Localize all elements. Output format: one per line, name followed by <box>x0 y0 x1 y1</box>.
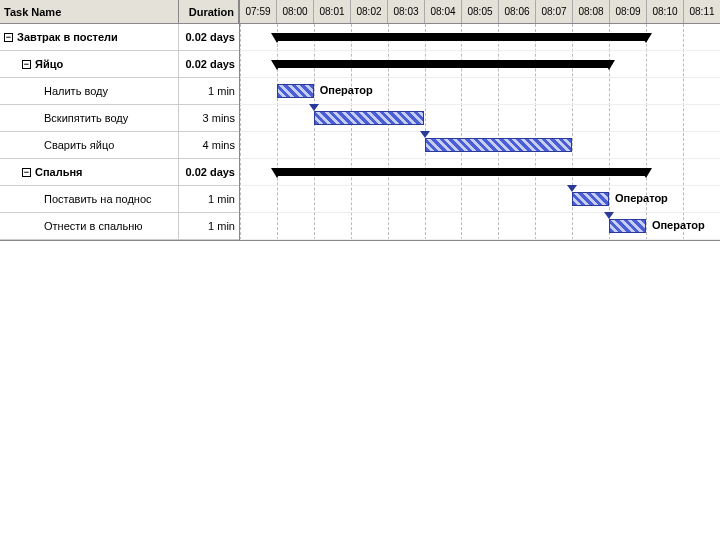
task-name: Вскипятить воду <box>44 112 128 124</box>
table-row[interactable]: Отнести в спальню1 min <box>0 213 239 240</box>
timeline-tick: 08:10 <box>647 0 684 23</box>
dependency-arrow-icon <box>420 131 430 138</box>
resource-label: Оператор <box>615 192 668 204</box>
task-table: Task Name Duration −Завтрак в постели0.0… <box>0 0 240 240</box>
task-name-cell[interactable]: −Яйцо <box>0 51 179 77</box>
chart-row <box>240 132 720 159</box>
resource-label: Оператор <box>652 219 705 231</box>
collapse-icon[interactable]: − <box>22 60 31 69</box>
task-duration: 0.02 days <box>179 24 239 50</box>
task-name-cell[interactable]: −Завтрак в постели <box>0 24 179 50</box>
table-row[interactable]: Вскипятить воду3 mins <box>0 105 239 132</box>
chart-row <box>240 159 720 186</box>
task-name: Яйцо <box>35 58 63 70</box>
timeline-tick: 07:59 <box>240 0 277 23</box>
task-duration: 4 mins <box>179 132 239 158</box>
timeline-tick: 08:05 <box>462 0 499 23</box>
timeline-tick: 08:11 <box>684 0 720 23</box>
task-duration: 0.02 days <box>179 51 239 77</box>
resource-label: Оператор <box>320 84 373 96</box>
timeline-tick: 08:04 <box>425 0 462 23</box>
task-bar[interactable] <box>572 192 609 206</box>
chart-row <box>240 105 720 132</box>
table-header: Task Name Duration <box>0 0 239 24</box>
dependency-arrow-icon <box>567 185 577 192</box>
collapse-icon[interactable]: − <box>4 33 13 42</box>
collapse-icon[interactable]: − <box>22 168 31 177</box>
timeline-tick: 08:03 <box>388 0 425 23</box>
table-row[interactable]: Сварить яйцо4 mins <box>0 132 239 159</box>
task-bar[interactable] <box>425 138 573 152</box>
task-name-cell[interactable]: −Спальня <box>0 159 179 185</box>
timeline-tick: 08:09 <box>610 0 647 23</box>
task-duration: 1 min <box>179 213 239 239</box>
task-name: Завтрак в постели <box>17 31 118 43</box>
timeline-tick: 08:08 <box>573 0 610 23</box>
timeline-body[interactable]: ОператорОператорОператор <box>240 24 720 240</box>
summary-bar[interactable] <box>277 168 646 176</box>
task-duration: 3 mins <box>179 105 239 131</box>
chart-row: Оператор <box>240 213 720 240</box>
task-name-cell[interactable]: Поставить на поднос <box>0 186 179 212</box>
column-header-name[interactable]: Task Name <box>0 0 179 23</box>
task-name: Спальня <box>35 166 83 178</box>
table-row[interactable]: Поставить на поднос1 min <box>0 186 239 213</box>
timeline-tick: 08:01 <box>314 0 351 23</box>
chart-row: Оператор <box>240 186 720 213</box>
timeline-tick: 08:07 <box>536 0 573 23</box>
task-name-cell[interactable]: Сварить яйцо <box>0 132 179 158</box>
timeline: 07:5908:0008:0108:0208:0308:0408:0508:06… <box>240 0 720 240</box>
timeline-tick: 08:02 <box>351 0 388 23</box>
table-row[interactable]: −Завтрак в постели0.02 days <box>0 24 239 51</box>
table-row[interactable]: −Яйцо0.02 days <box>0 51 239 78</box>
task-name-cell[interactable]: Налить воду <box>0 78 179 104</box>
table-row[interactable]: −Спальня0.02 days <box>0 159 239 186</box>
task-bar[interactable] <box>314 111 425 125</box>
task-name: Отнести в спальню <box>44 220 142 232</box>
task-name-cell[interactable]: Отнести в спальню <box>0 213 179 239</box>
dependency-arrow-icon <box>604 212 614 219</box>
task-bar[interactable] <box>277 84 314 98</box>
dependency-arrow-icon <box>309 104 319 111</box>
chart-row: Оператор <box>240 78 720 105</box>
task-name: Сварить яйцо <box>44 139 114 151</box>
task-bar[interactable] <box>609 219 646 233</box>
task-duration: 0.02 days <box>179 159 239 185</box>
task-name-cell[interactable]: Вскипятить воду <box>0 105 179 131</box>
column-header-duration[interactable]: Duration <box>179 0 239 23</box>
timeline-header: 07:5908:0008:0108:0208:0308:0408:0508:06… <box>240 0 720 24</box>
timeline-tick: 08:00 <box>277 0 314 23</box>
table-row[interactable]: Налить воду1 min <box>0 78 239 105</box>
chart-row <box>240 51 720 78</box>
summary-bar[interactable] <box>277 60 609 68</box>
timeline-tick: 08:06 <box>499 0 536 23</box>
summary-bar[interactable] <box>277 33 646 41</box>
chart-row <box>240 24 720 51</box>
task-name: Поставить на поднос <box>44 193 152 205</box>
gantt-view: Task Name Duration −Завтрак в постели0.0… <box>0 0 720 241</box>
task-name: Налить воду <box>44 85 108 97</box>
task-duration: 1 min <box>179 78 239 104</box>
task-duration: 1 min <box>179 186 239 212</box>
